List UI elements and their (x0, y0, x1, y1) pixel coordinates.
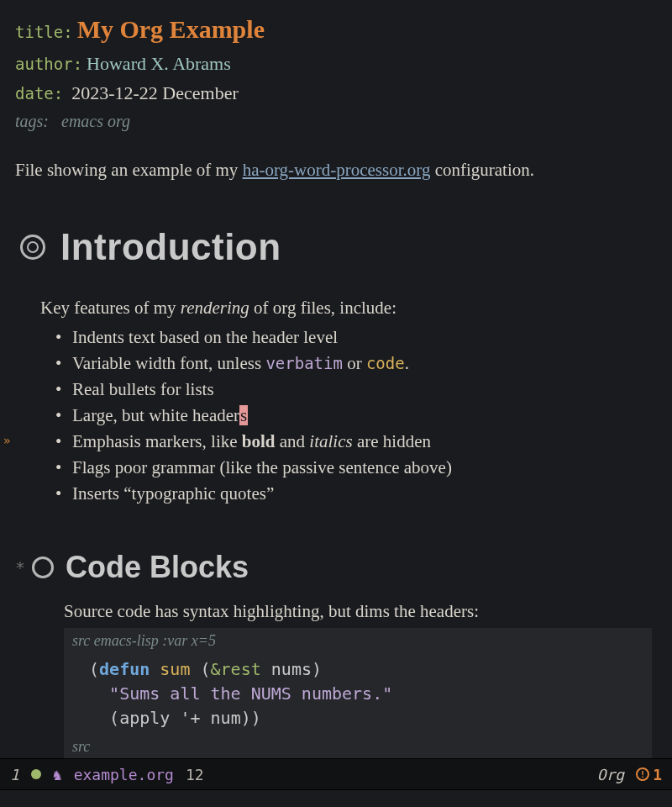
features-intro: Key features of my rendering of org file… (40, 295, 657, 322)
config-link[interactable]: ha-org-word-processor.org (243, 160, 431, 180)
list-item: Variable width font, unless verbatim or … (54, 351, 657, 377)
meta-title-row: title: My Org Example (15, 10, 657, 48)
minibuffer[interactable] (0, 790, 672, 807)
heading-introduction[interactable]: Introduction (20, 219, 657, 275)
flycheck-warning[interactable]: ! 1 (636, 763, 662, 786)
list-item: Real bullets for lists (54, 377, 657, 403)
source-code[interactable]: (defun sum (&rest nums) "Sums all the NU… (72, 654, 643, 734)
list-item: Indents text based on the header level (54, 324, 657, 351)
editor-buffer[interactable]: title: My Org Example author: Howard X. … (0, 0, 672, 758)
meta-key-tags: tags: (15, 112, 49, 130)
warning-icon: ! (636, 767, 649, 781)
doc-date: 2023-12-22 December (71, 82, 239, 103)
list-item: Flags poor grammar (like the passive sen… (54, 455, 657, 481)
doc-title: My Org Example (77, 15, 265, 43)
heading-bullet-icon (32, 556, 54, 578)
introduction-body: Key features of my rendering of org file… (40, 295, 657, 508)
emacs-state-icon: ♞ (53, 763, 62, 786)
meta-date-row: date: 2023-12-22 December (15, 79, 657, 107)
doc-author: Howard X. Abrams (87, 53, 231, 74)
warning-count: 1 (653, 763, 662, 786)
list-item: Large, but white headers (54, 403, 657, 429)
buffer-name[interactable]: example.org (74, 763, 174, 786)
src-end-line: src (72, 734, 643, 758)
meta-key-author: author (15, 55, 73, 73)
major-mode[interactable]: Org (597, 763, 625, 786)
fringe-indicator-icon: » (3, 432, 10, 450)
meta-key-date: date (15, 84, 54, 103)
list-item: Emphasis markers, like bold and italics … (54, 429, 657, 455)
meta-key-title: title (15, 23, 63, 41)
line-number: 12 (186, 763, 204, 786)
cursor: s (239, 405, 248, 425)
src-begin-line: src emacs-lisp :var x=5 (72, 628, 643, 654)
heading-star: * (15, 555, 25, 580)
modeline-window-number: 1 (10, 763, 19, 786)
features-list: Indents text based on the header level V… (54, 324, 657, 508)
modified-indicator-icon (31, 769, 41, 779)
intro-paragraph: File showing an example of my ha-org-wor… (15, 157, 657, 184)
source-block[interactable]: src emacs-lisp :var x=5 (defun sum (&res… (64, 628, 652, 758)
heading-code-blocks[interactable]: * Code Blocks (15, 545, 657, 590)
doc-tags: emacs org (61, 112, 130, 130)
meta-tags-row: tags: emacs org (15, 108, 657, 134)
src-intro: Source code has syntax highlighting, but… (64, 599, 657, 625)
modeline[interactable]: 1 ♞ example.org 12 Org ! 1 (0, 758, 672, 790)
verbatim-sample: verbatim (265, 354, 343, 372)
list-item: Inserts “typographic quotes” (54, 481, 657, 507)
meta-author-row: author: Howard X. Abrams (15, 50, 657, 77)
heading-bullet-icon (20, 235, 45, 260)
code-sample: code (366, 354, 405, 372)
